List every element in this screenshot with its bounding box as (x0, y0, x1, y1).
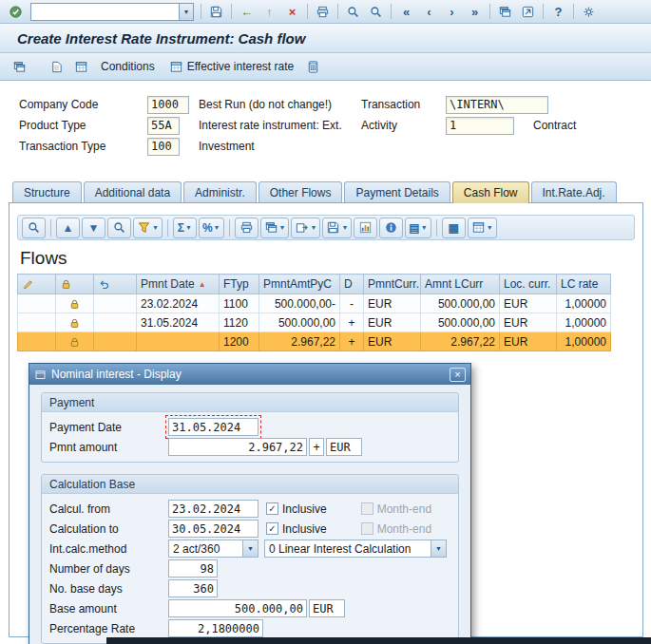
sort-descending-button[interactable]: ▼ (82, 218, 105, 238)
lock-column-header[interactable] (56, 275, 94, 294)
export-icon (295, 220, 309, 235)
lock-icon (68, 317, 81, 330)
display-object-icon[interactable] (9, 57, 30, 77)
cancel-icon[interactable]: × (281, 2, 303, 22)
dialog-title-bar[interactable]: Nominal interest - Display × (29, 364, 470, 385)
no-base-days-field[interactable]: 360 (168, 579, 218, 597)
tab-administr[interactable]: Administr. (183, 181, 257, 202)
tab-int-rate-adj[interactable]: Int.Rate.Adj. (531, 181, 617, 202)
calculation-to-field[interactable]: 30.05.2024 (168, 520, 258, 538)
amnt-lcurr-column-header[interactable]: Amnt LCurr (421, 275, 500, 294)
subtotals-button[interactable]: %▼ (199, 218, 224, 238)
local-file-button[interactable]: ▼ (322, 218, 352, 238)
activity-field[interactable]: 1 (446, 117, 514, 135)
tab-cash-flow[interactable]: Cash Flow (452, 181, 529, 203)
edit-column-header[interactable] (18, 275, 56, 294)
command-field[interactable]: ▼ (30, 3, 194, 21)
screen-title-bar: Create Interest Rate Instrument: Cash fl… (0, 24, 651, 53)
inclusive-from-checkbox[interactable]: ✓ Inclusive (266, 502, 327, 516)
find-next-icon[interactable] (365, 2, 387, 22)
lc-rate-column-header[interactable]: LC rate (557, 275, 611, 294)
print-icon[interactable] (312, 2, 334, 22)
more-functions-button[interactable]: ▼ (468, 218, 497, 238)
pmntamtpyc-column-header[interactable]: PmntAmtPyC (259, 275, 340, 294)
inclusive-to-checkbox[interactable]: ✓ Inclusive (266, 522, 327, 536)
details-icon[interactable] (46, 57, 67, 77)
tab-structure[interactable]: Structure (12, 181, 82, 202)
find-button[interactable] (107, 218, 131, 238)
base-amount-currency-field[interactable]: EUR (309, 599, 345, 617)
overview-icon[interactable] (70, 57, 92, 77)
tab-strip: Structure Additional data Administr. Oth… (9, 180, 643, 202)
pmntcurr-column-header[interactable]: PmntCurr. (364, 275, 421, 294)
number-of-days-field[interactable]: 98 (168, 559, 218, 578)
info-button[interactable] (379, 218, 403, 238)
chevron-down-icon[interactable]: ▼ (242, 540, 258, 557)
company-code-field[interactable]: 1000 (147, 96, 189, 114)
details-button[interactable] (22, 218, 46, 238)
reverse-column-header[interactable] (94, 275, 137, 294)
int-calc-method-select[interactable]: 2 act/360 ▼ (168, 540, 258, 558)
flow-row[interactable]: 31.05.2024 1120 500.000,00 + EUR 500.000… (18, 313, 611, 332)
new-session-icon[interactable] (494, 2, 516, 22)
pmnt-amount-currency-field[interactable]: EUR (326, 438, 362, 456)
transaction-type-field[interactable]: 100 (147, 138, 180, 156)
calcul-from-field[interactable]: 23.02.2024 (168, 500, 258, 518)
exit-icon[interactable]: ↑ (258, 2, 280, 22)
int-calc-type-select[interactable]: 0 Linear Interest Calculation ▼ (264, 540, 447, 558)
close-icon[interactable]: × (450, 368, 466, 382)
views-button[interactable]: ▼ (260, 218, 290, 238)
calcul-from-label: Calcul. from (49, 502, 168, 516)
pmnt-date-column-header[interactable]: Pmnt Date▲ (137, 275, 220, 294)
month-end-from-checkbox[interactable]: Month-end (361, 502, 431, 516)
next-page-icon[interactable]: › (441, 2, 463, 22)
flow-row[interactable]: 23.02.2024 1100 500.000,00- - EUR 500.00… (18, 294, 611, 313)
flow-row-selected[interactable]: 1200 2.967,22 + EUR 2.967,22 EUR 1,00000 (18, 332, 611, 351)
find-icon[interactable] (342, 2, 364, 22)
table-settings-button[interactable]: ▦ (442, 218, 466, 238)
base-amount-field[interactable]: 500.000,00 (168, 599, 307, 617)
export-button[interactable]: ▼ (291, 218, 320, 238)
pmnt-amount-field[interactable]: 2.967,22 (168, 438, 307, 456)
print-button[interactable] (235, 218, 258, 238)
toolbar-separator (489, 4, 490, 19)
effective-interest-rate-button[interactable]: Effective interest rate (163, 56, 300, 77)
payment-date-field[interactable]: 31.05.2024 (168, 418, 258, 436)
loc-curr-column-header[interactable]: Loc. curr. (500, 275, 557, 294)
chevron-down-icon[interactable]: ▼ (431, 540, 446, 557)
help-icon[interactable]: ? (547, 2, 569, 22)
back-icon[interactable]: ← (236, 2, 258, 22)
create-shortcut-icon[interactable] (517, 2, 539, 22)
product-type-field[interactable]: 55A (147, 117, 180, 135)
pmnt-amount-sign-field[interactable]: + (309, 438, 324, 456)
calculator-icon[interactable] (302, 57, 324, 77)
conditions-button[interactable]: Conditions (95, 56, 161, 77)
first-page-icon[interactable]: « (395, 2, 417, 22)
toolbar-separator (307, 4, 308, 19)
tab-additional-data[interactable]: Additional data (84, 181, 182, 202)
undo-icon (98, 278, 110, 291)
ftyp-column-header[interactable]: FTyp (220, 275, 259, 294)
lc-rate-cell: 1,00000 (557, 332, 611, 351)
previous-page-icon[interactable]: ‹ (418, 2, 440, 22)
percentage-rate-field[interactable]: 2,1800000 (168, 619, 263, 637)
command-input[interactable] (31, 4, 179, 20)
views-icon (264, 220, 278, 235)
graphic-button[interactable] (354, 218, 377, 238)
tab-payment-details[interactable]: Payment Details (344, 181, 450, 202)
enter-icon[interactable] (5, 2, 27, 22)
sum-button[interactable]: Σ▼ (173, 218, 197, 238)
sort-ascending-button[interactable]: ▲ (56, 218, 80, 238)
last-page-icon[interactable]: » (464, 2, 486, 22)
chevron-down-icon[interactable]: ▼ (179, 4, 193, 20)
transaction-field[interactable]: \INTERN\ (446, 96, 548, 114)
tab-other-flows[interactable]: Other Flows (258, 181, 343, 202)
customize-layout-icon[interactable] (578, 2, 600, 22)
window-icon (34, 369, 47, 381)
filter-button[interactable]: ▼ (133, 218, 163, 238)
save-icon[interactable] (205, 2, 227, 22)
month-end-to-checkbox[interactable]: Month-end (361, 522, 431, 536)
d-column-header[interactable]: D (340, 275, 364, 294)
toolbar-separator (337, 4, 338, 19)
choose-layout-button[interactable]: ▤▼ (405, 218, 431, 238)
